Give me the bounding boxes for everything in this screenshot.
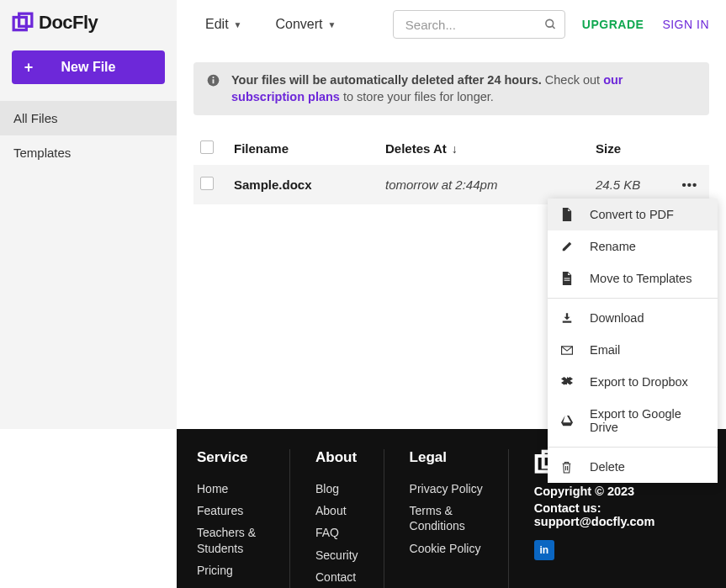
menu-download[interactable]: Download: [548, 302, 718, 334]
menu-label: Export to Dropbox: [590, 375, 688, 389]
table-header: Filename Deletes At ↓ Size: [193, 132, 709, 165]
deletes-header[interactable]: Deletes At ↓: [385, 141, 596, 156]
convert-dropdown[interactable]: Convert ▼: [263, 8, 358, 40]
new-file-button[interactable]: + New File: [12, 50, 165, 84]
footer-link-cookie[interactable]: Cookie Policy: [410, 538, 483, 559]
menu-convert-pdf[interactable]: Convert to PDF: [548, 199, 718, 230]
footer-link-privacy[interactable]: Privacy Policy: [410, 478, 483, 500]
footer-link-terms[interactable]: Terms & Conditions: [410, 500, 477, 537]
new-file-label: New File: [12, 60, 165, 75]
select-all-column: [200, 140, 234, 156]
filename-header[interactable]: Filename: [234, 141, 385, 156]
row-filename: Sample.docx: [234, 177, 385, 192]
footer-link-about[interactable]: About: [315, 500, 358, 522]
svg-point-6: [212, 77, 214, 78]
deletes-header-label: Deletes At: [385, 141, 447, 156]
sidebar-item-all-files[interactable]: All Files: [0, 101, 177, 135]
notice-text: Your files will be automatically deleted…: [231, 72, 696, 105]
menu-rename[interactable]: Rename: [548, 230, 718, 262]
menu-move-templates[interactable]: Move to Templates: [548, 262, 718, 294]
linkedin-icon[interactable]: in: [534, 540, 554, 560]
footer-copyright: Copyright © 2023: [534, 485, 706, 498]
trash-icon: [561, 461, 575, 474]
caret-down-icon: ▼: [328, 20, 337, 29]
notice-checkout: Check out: [545, 73, 600, 87]
row-actions: •••: [677, 177, 702, 192]
edit-label: Edit: [205, 17, 229, 32]
footer-heading-about: About: [315, 449, 358, 466]
download-icon: [561, 312, 575, 324]
notice-prefix: Your files will be automatically deleted…: [231, 73, 542, 87]
row-size: 24.5 KB: [596, 177, 677, 192]
select-all-checkbox[interactable]: [200, 140, 214, 154]
menu-label: Convert to PDF: [590, 208, 674, 221]
menu-label: Delete: [590, 460, 625, 474]
footer-legal-column: Legal Privacy Policy Terms & Conditions …: [410, 449, 509, 588]
sidebar: DocFly + New File All Files Templates: [0, 0, 177, 429]
menu-label: Download: [590, 311, 644, 325]
logo-icon: [12, 12, 34, 34]
footer-link-teachers[interactable]: Teachers & Students: [197, 522, 264, 559]
search-icon[interactable]: [544, 19, 557, 31]
more-icon[interactable]: •••: [682, 177, 698, 192]
row-checkbox[interactable]: [200, 177, 214, 190]
row-deletes: tomorrow at 2:44pm: [385, 177, 596, 192]
row-check-column: [200, 177, 234, 193]
search-input[interactable]: [393, 10, 565, 39]
footer-heading-legal: Legal: [410, 449, 483, 466]
menu-separator: [548, 298, 718, 299]
envelope-icon: [561, 346, 575, 355]
svg-line-3: [552, 26, 554, 29]
notice-bar: Your files will be automatically deleted…: [193, 62, 709, 115]
menu-export-dropbox[interactable]: Export to Dropbox: [548, 366, 718, 398]
svg-rect-5: [213, 79, 215, 83]
svg-point-2: [546, 19, 554, 27]
size-header[interactable]: Size: [596, 141, 677, 156]
sidebar-item-templates[interactable]: Templates: [0, 135, 177, 170]
context-menu: Convert to PDF Rename Move to Templates …: [548, 199, 718, 483]
footer-link-faq[interactable]: FAQ: [315, 522, 358, 543]
edit-dropdown[interactable]: Edit ▼: [193, 8, 263, 40]
info-icon: [207, 74, 220, 105]
menu-delete[interactable]: Delete: [548, 451, 718, 483]
signin-link[interactable]: SIGN IN: [662, 18, 709, 31]
google-drive-icon: [561, 416, 575, 426]
footer-service-column: Service Home Features Teachers & Student…: [197, 449, 290, 588]
sidebar-nav: All Files Templates: [0, 101, 177, 170]
file-table: Filename Deletes At ↓ Size Sample.docx t…: [193, 132, 709, 204]
search-box: [393, 10, 565, 39]
file-pdf-icon: [561, 208, 575, 221]
logo-text: DocFly: [39, 12, 98, 34]
footer-link-contact[interactable]: Contact: [315, 566, 358, 588]
pencil-icon: [561, 241, 575, 252]
footer-link-corporate[interactable]: Corporate Plans: [197, 581, 264, 588]
logo[interactable]: DocFly: [0, 0, 177, 50]
menu-label: Email: [590, 343, 620, 357]
footer-about-column: About Blog About FAQ Security Contact: [315, 449, 384, 588]
footer-link-security[interactable]: Security: [315, 544, 358, 566]
footer-heading-service: Service: [197, 449, 264, 466]
file-icon: [561, 272, 575, 285]
menu-export-gdrive[interactable]: Export to Google Drive: [548, 398, 718, 443]
footer-support: Contact us: support@docfly.com: [534, 501, 706, 528]
menu-separator: [548, 447, 718, 448]
menu-label: Rename: [590, 240, 636, 253]
sort-down-icon: ↓: [452, 142, 458, 156]
notice-suffix: to store your files for longer.: [343, 90, 494, 103]
menu-label: Export to Google Drive: [590, 407, 704, 434]
menu-label: Move to Templates: [590, 272, 692, 285]
convert-label: Convert: [275, 17, 322, 32]
footer-link-blog[interactable]: Blog: [315, 478, 358, 500]
footer-link-features[interactable]: Features: [197, 500, 264, 522]
caret-down-icon: ▼: [234, 20, 242, 29]
footer-link-pricing[interactable]: Pricing: [197, 559, 264, 581]
footer-link-home[interactable]: Home: [197, 478, 264, 500]
upgrade-link[interactable]: UPGRADE: [582, 18, 644, 31]
topbar: Edit ▼ Convert ▼ UPGRADE SIGN IN: [177, 0, 726, 49]
menu-email[interactable]: Email: [548, 334, 718, 366]
dropbox-icon: [561, 377, 575, 388]
